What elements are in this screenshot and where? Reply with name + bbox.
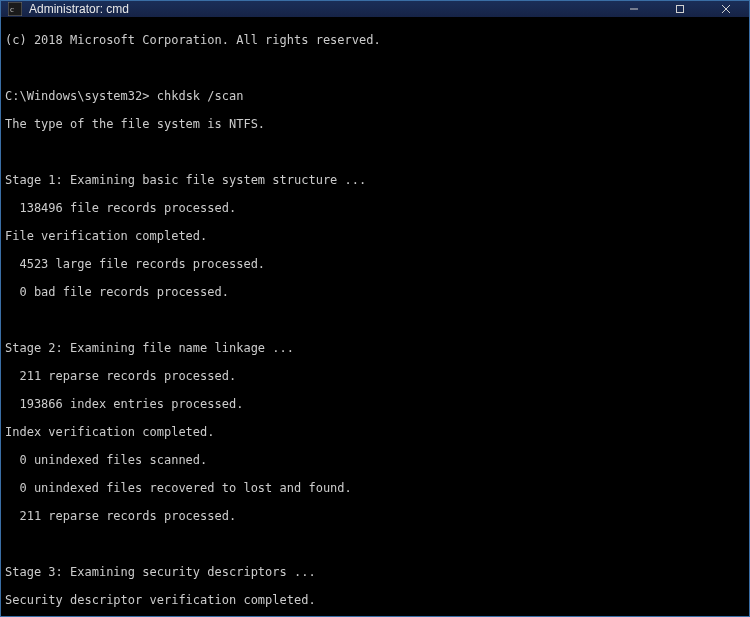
minimize-button[interactable] [611, 1, 657, 17]
app-icon: c [7, 1, 23, 17]
cmd-window: c Administrator: cmd (c) 2018 Microsoft … [0, 0, 750, 617]
window-controls [611, 1, 749, 17]
console-line: 0 bad file records processed. [5, 285, 745, 299]
console-line: 0 unindexed files scanned. [5, 453, 745, 467]
console-line: 211 reparse records processed. [5, 369, 745, 383]
console-line [5, 145, 745, 159]
console-line: Security descriptor verification complet… [5, 593, 745, 607]
console-line [5, 61, 745, 75]
command-line: C:\Windows\system32> chkdsk /scan [5, 89, 745, 103]
console-line [5, 313, 745, 327]
console-line: (c) 2018 Microsoft Corporation. All righ… [5, 33, 745, 47]
command-text: chkdsk /scan [157, 89, 244, 103]
console-line: 211 reparse records processed. [5, 509, 745, 523]
console-line: Index verification completed. [5, 425, 745, 439]
console-line: Stage 3: Examining security descriptors … [5, 565, 745, 579]
console-line: 138496 file records processed. [5, 201, 745, 215]
maximize-button[interactable] [657, 1, 703, 17]
console-line: 0 unindexed files recovered to lost and … [5, 481, 745, 495]
console-line: File verification completed. [5, 229, 745, 243]
titlebar[interactable]: c Administrator: cmd [1, 1, 749, 17]
console-line: Stage 2: Examining file name linkage ... [5, 341, 745, 355]
console-line [5, 537, 745, 551]
svg-text:c: c [10, 4, 14, 14]
svg-rect-3 [677, 6, 684, 13]
prompt: C:\Windows\system32> [5, 89, 150, 103]
console-line: 4523 large file records processed. [5, 257, 745, 271]
window-title: Administrator: cmd [29, 2, 129, 16]
console-line: The type of the file system is NTFS. [5, 117, 745, 131]
terminal-output[interactable]: (c) 2018 Microsoft Corporation. All righ… [1, 17, 749, 616]
close-button[interactable] [703, 1, 749, 17]
console-line: Stage 1: Examining basic file system str… [5, 173, 745, 187]
console-line: 193866 index entries processed. [5, 397, 745, 411]
